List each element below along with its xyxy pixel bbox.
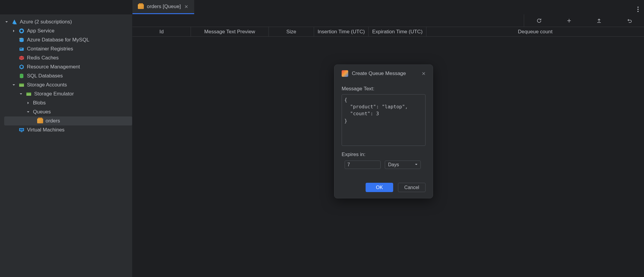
vm-icon <box>19 127 25 133</box>
tree-node-app-service[interactable]: App Service <box>4 26 132 35</box>
redis-icon <box>19 55 25 61</box>
resource-management-icon <box>19 64 25 70</box>
dequeue-button[interactable] <box>584 14 614 27</box>
tree-node-queues[interactable]: Queues <box>4 107 132 116</box>
svg-rect-11 <box>26 92 31 93</box>
tree-node-storage-accounts[interactable]: Storage Accounts <box>4 80 132 89</box>
database-icon <box>19 73 25 79</box>
close-icon[interactable]: ✕ <box>184 3 189 10</box>
queue-editor: Id Message Text Preview Size Insertion T… <box>132 14 644 277</box>
tab-title: orders [Queue] <box>147 4 181 10</box>
undo-button[interactable] <box>614 14 644 27</box>
tree-node-sql-databases[interactable]: SQL Databases <box>4 71 132 80</box>
svg-rect-13 <box>20 129 23 131</box>
tree-label: Queues <box>33 109 51 115</box>
storage-account-icon <box>19 82 25 88</box>
tree-label: Storage Emulator <box>34 91 74 97</box>
refresh-icon <box>536 18 542 24</box>
dialog-title: Create Queue Message <box>352 71 418 77</box>
column-header-preview[interactable]: Message Text Preview <box>191 27 269 36</box>
expires-value-input[interactable] <box>345 161 381 169</box>
tree-node-blobs[interactable]: Blobs <box>4 98 132 107</box>
expires-unit-value: Days <box>388 162 399 167</box>
app-service-icon <box>19 28 25 34</box>
tree-label: Resource Management <box>27 64 80 70</box>
tree-label: Blobs <box>33 100 46 106</box>
close-icon[interactable]: ✕ <box>422 71 426 77</box>
tree-node-virtual-machines[interactable]: Virtual Machines <box>4 125 132 134</box>
upload-icon <box>596 18 602 24</box>
svg-point-1 <box>20 30 23 32</box>
chevron-down-icon <box>11 83 16 87</box>
queue-icon <box>37 118 43 124</box>
tab-more-button[interactable] <box>632 2 644 12</box>
message-text-label: Message Text: <box>342 86 426 92</box>
plus-icon <box>566 18 572 24</box>
azure-explorer-tree: Azure (2 subscriptions) App Service My A… <box>0 14 132 277</box>
svg-rect-9 <box>19 83 24 84</box>
tree-label: Azure (2 subscriptions) <box>20 19 72 25</box>
azure-icon <box>11 19 17 25</box>
chevron-down-icon <box>4 20 9 24</box>
queue-icon <box>138 4 144 9</box>
tree-label: Azure Database for MySQL <box>27 37 89 43</box>
tree-node-resource-management[interactable]: Resource Management <box>4 62 132 71</box>
tree-node-redis[interactable]: Redis Caches <box>4 53 132 62</box>
message-text-input[interactable] <box>342 94 426 146</box>
undo-icon <box>626 18 632 24</box>
chevron-right-icon <box>26 101 31 105</box>
tab-orders-queue[interactable]: orders [Queue] ✕ <box>132 0 194 14</box>
column-header-id[interactable]: Id <box>132 27 191 36</box>
svg-rect-14 <box>21 131 22 132</box>
chevron-right-icon <box>11 29 16 33</box>
column-header-insertion[interactable]: Insertion Time (UTC) <box>314 27 369 36</box>
chevron-down-icon <box>19 92 23 96</box>
refresh-button[interactable] <box>524 14 554 27</box>
expires-unit-select[interactable]: Days <box>385 161 421 169</box>
svg-text:My: My <box>19 38 22 39</box>
tree-label: App Service <box>27 28 55 34</box>
chevron-down-icon <box>414 162 418 167</box>
expires-in-label: Expires in: <box>342 152 426 158</box>
cancel-button[interactable]: Cancel <box>398 183 426 192</box>
kebab-icon <box>637 7 639 12</box>
tree-label: Redis Caches <box>27 55 59 61</box>
column-header-dequeue[interactable]: Dequeue count <box>426 27 644 36</box>
toolbar <box>132 14 644 27</box>
tree-label: Virtual Machines <box>27 127 64 133</box>
tree-node-storage-emulator[interactable]: Storage Emulator <box>4 89 132 98</box>
tree-label: Storage Accounts <box>27 82 67 88</box>
tab-bar: orders [Queue] ✕ <box>0 0 644 14</box>
mysql-icon: My <box>19 37 25 43</box>
tree-node-azure-root[interactable]: Azure (2 subscriptions) <box>4 17 132 26</box>
add-message-button[interactable] <box>554 14 584 27</box>
chevron-down-icon <box>26 110 31 114</box>
create-queue-message-dialog: Create Queue Message ✕ Message Text: Exp… <box>334 65 433 198</box>
column-header-expiration[interactable]: Expiration Time (UTC) <box>369 27 426 36</box>
column-header-size[interactable]: Size <box>269 27 314 36</box>
svg-rect-6 <box>21 48 22 49</box>
svg-rect-5 <box>20 48 21 49</box>
container-registry-icon <box>19 46 25 52</box>
rider-icon <box>342 70 348 77</box>
queue-table-header: Id Message Text Preview Size Insertion T… <box>132 27 644 37</box>
tree-label: Container Registries <box>27 46 73 52</box>
svg-point-7 <box>20 74 23 75</box>
tree-node-orders[interactable]: orders <box>4 116 132 125</box>
ok-button[interactable]: OK <box>366 183 393 192</box>
tree-node-container-registries[interactable]: Container Registries <box>4 44 132 53</box>
tree-node-mysql[interactable]: My Azure Database for MySQL <box>4 35 132 44</box>
tree-label: orders <box>46 118 60 124</box>
tree-label: SQL Databases <box>27 73 63 79</box>
storage-emulator-icon <box>26 91 32 97</box>
